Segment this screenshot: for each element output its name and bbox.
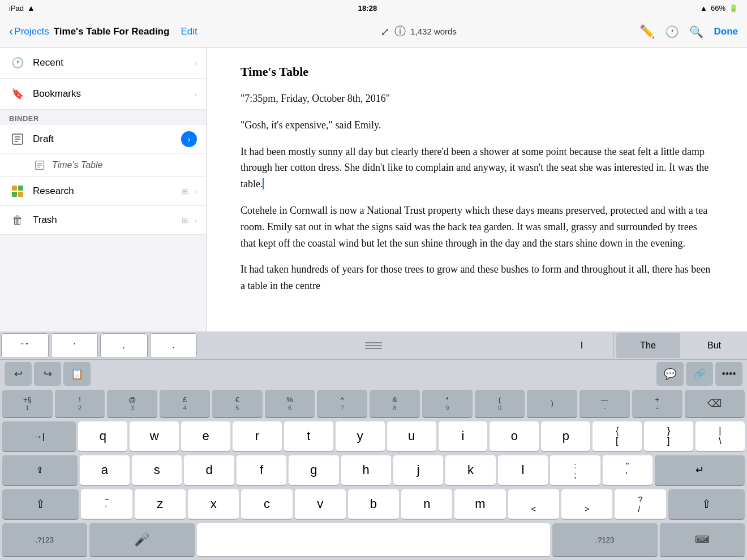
predictive-key-apostrophe[interactable]: ' [51, 333, 98, 358]
num-key-9[interactable]: *9 [422, 390, 473, 418]
key-semicolon[interactable]: :; [550, 455, 600, 486]
draft-expand-button[interactable]: › [181, 131, 197, 147]
sidebar-item-research[interactable]: Research ⊞ › [0, 177, 206, 206]
num-key-7[interactable]: ^7 [317, 390, 367, 418]
key-r[interactable]: r [233, 421, 282, 452]
history-icon[interactable]: 🕐 [665, 25, 679, 38]
num-key-2[interactable]: !2 [55, 390, 105, 418]
paste-button[interactable]: 📋 [63, 362, 91, 386]
key-h[interactable]: h [341, 455, 391, 486]
research-chevron-icon: › [194, 187, 197, 196]
caps-lock-key[interactable]: ⇪ [2, 455, 78, 486]
key-tilde[interactable]: ~` [81, 489, 132, 520]
key-t[interactable]: t [284, 421, 333, 452]
back-button[interactable]: ‹ Projects [9, 24, 49, 39]
key-x[interactable]: x [188, 489, 239, 520]
para-4: Cotehele in Cornwall is now a National T… [241, 203, 713, 251]
undo-button[interactable]: ↩ [5, 362, 32, 386]
suggestion-the[interactable]: The [616, 333, 680, 358]
key-z[interactable]: z [135, 489, 186, 520]
edit-button[interactable]: Edit [181, 26, 197, 37]
search-icon[interactable]: 🔍 [689, 25, 703, 38]
sidebar-item-trash[interactable]: 🗑 Trash ⊞ › [0, 206, 206, 235]
more-button[interactable]: •••• [715, 362, 742, 386]
redo-button[interactable]: ↪ [34, 362, 61, 386]
num-key-6[interactable]: %6 [265, 390, 315, 418]
info-icon[interactable]: ⓘ [394, 24, 406, 39]
shift-left-key[interactable]: ⇧ [2, 489, 79, 520]
bookmarks-label: Bookmarks [33, 88, 194, 100]
key-pipe[interactable]: |\ [696, 421, 745, 452]
key-p[interactable]: p [541, 421, 590, 452]
key-lt[interactable]: < [508, 489, 559, 520]
space-key[interactable] [197, 523, 549, 557]
key-k[interactable]: k [445, 455, 495, 486]
num-key-dash[interactable]: —- [579, 390, 630, 418]
keyboard-handle[interactable] [365, 342, 382, 349]
draft-icon [9, 131, 26, 148]
pen-icon[interactable]: ✏️ [639, 24, 655, 39]
comment-button[interactable]: 💬 [656, 362, 684, 386]
predictive-key-period[interactable]: . [150, 333, 198, 358]
key-v[interactable]: v [295, 489, 346, 520]
word-count: 1,432 words [410, 27, 457, 36]
key-n[interactable]: n [401, 489, 452, 520]
trash-grid-icon: ⊞ [182, 216, 188, 225]
key-quote[interactable]: "' [603, 455, 652, 486]
predictive-key-quote[interactable]: " " [1, 333, 49, 358]
nav-center: ⤢ ⓘ 1,432 words [380, 24, 457, 39]
suggestion-but[interactable]: But [682, 333, 746, 358]
key-gt[interactable]: > [561, 489, 612, 520]
key-i[interactable]: i [439, 421, 488, 452]
num-key-5[interactable]: €5 [212, 390, 263, 418]
key-l[interactable]: l [498, 455, 548, 486]
key-q[interactable]: q [78, 421, 127, 452]
key-s[interactable]: s [132, 455, 182, 486]
key-j[interactable]: j [393, 455, 443, 486]
link-button[interactable]: 🔗 [686, 362, 713, 386]
move-icon[interactable]: ⤢ [380, 25, 390, 38]
key-g[interactable]: g [289, 455, 338, 486]
key-o[interactable]: o [490, 421, 539, 452]
done-button[interactable]: Done [714, 26, 738, 37]
microphone-button[interactable]: 🎤 [89, 523, 195, 557]
draft-section: Draft › Time's Table [0, 125, 206, 177]
sidebar-item-recent[interactable]: 🕐 Recent › [0, 48, 206, 79]
para-5: It had taken hundreds of years for those… [241, 261, 713, 294]
num-key-open-paren[interactable]: (0 [475, 390, 525, 418]
key-w[interactable]: w [130, 421, 179, 452]
key-m[interactable]: m [454, 489, 505, 520]
num-key-8[interactable]: &8 [370, 390, 420, 418]
return-key[interactable]: ↵ [655, 455, 745, 486]
key-d[interactable]: d [184, 455, 234, 486]
num-key-1[interactable]: ±§1 [2, 390, 53, 418]
predictive-bar: " " ' , . I The But [0, 331, 747, 360]
key-e[interactable]: e [181, 421, 230, 452]
key-y[interactable]: y [336, 421, 385, 452]
predictive-key-comma[interactable]: , [100, 333, 148, 358]
delete-key[interactable]: ⌫ [685, 390, 745, 418]
tab-key[interactable]: →| [2, 421, 76, 452]
num123-left-button[interactable]: .?123 [2, 523, 87, 557]
key-brace-close[interactable]: }] [644, 421, 693, 452]
key-a[interactable]: a [80, 455, 130, 486]
key-b[interactable]: b [348, 489, 399, 520]
key-c[interactable]: c [241, 489, 292, 520]
times-table-child-item[interactable]: Time's Table [0, 153, 206, 176]
suggestion-i[interactable]: I [550, 333, 614, 358]
num-key-4[interactable]: £4 [160, 390, 210, 418]
key-f[interactable]: f [237, 455, 286, 486]
draft-item[interactable]: Draft › [0, 125, 206, 153]
document-body[interactable]: "7:35pm, Friday, October 8th, 2016" "Gos… [241, 91, 713, 294]
sidebar-item-bookmarks[interactable]: 🔖 Bookmarks › [0, 79, 206, 110]
num-key-3[interactable]: @3 [107, 390, 157, 418]
handle-line-2 [365, 345, 382, 346]
key-u[interactable]: u [387, 421, 436, 452]
key-brace-open[interactable]: {[ [593, 421, 642, 452]
num-key-plus[interactable]: += [632, 390, 682, 418]
key-question[interactable]: ?/ [615, 489, 666, 520]
keyboard-dismiss-button[interactable]: ⌨ [660, 523, 745, 557]
shift-right-key[interactable]: ⇧ [668, 489, 745, 520]
num-key-close-paren[interactable]: ) [527, 390, 577, 418]
num123-right-button[interactable]: .?123 [552, 523, 658, 557]
